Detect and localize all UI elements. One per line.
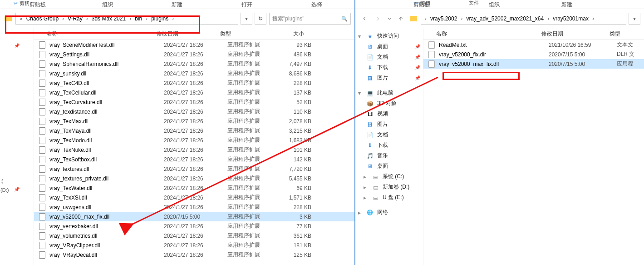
- ribbon-cut-r[interactable]: 剪切: [420, 0, 430, 7]
- table-row[interactable]: vray_TexWater.dll 2024/1/27 18:26 应用程序扩展…: [34, 183, 354, 193]
- nav-up-icon[interactable]: [395, 13, 406, 24]
- col-type[interactable]: 类型: [220, 30, 270, 38]
- download-icon: [366, 142, 374, 149]
- table-row[interactable]: vray_VRayClipper.dll 2024/1/27 18:26 应用程…: [34, 240, 354, 250]
- col-date[interactable]: 修改日期: [157, 30, 220, 38]
- table-row[interactable]: vray_uvwgens.dll 2024/1/27 18:26 应用程序扩展 …: [34, 202, 354, 212]
- ribbon-organize[interactable]: 组织: [73, 1, 143, 9]
- table-row[interactable]: vray_TexXSI.dll 2024/1/27 18:26 应用程序扩展 1…: [34, 193, 354, 202]
- sidebar-item-downloads2[interactable]: 下载: [355, 140, 423, 150]
- table-row[interactable]: vray_TexModo.dll 2024/1/27 18:26 应用程序扩展 …: [34, 135, 354, 145]
- table-row[interactable]: vray_TexNuke.dll 2024/1/27 18:26 应用程序扩展 …: [34, 145, 354, 155]
- ribbon-new[interactable]: 新建: [143, 1, 212, 9]
- nav-fwd-icon[interactable]: [373, 13, 383, 24]
- ribbon-organize-r[interactable]: 组织: [449, 1, 540, 9]
- table-row[interactable]: vray_SphericalHarmonics.dll 2024/1/27 18…: [34, 59, 354, 69]
- cell-size: 101 KB: [277, 147, 316, 153]
- sidebar-item-documents2[interactable]: 文档: [355, 130, 423, 140]
- file-icon: [39, 127, 46, 135]
- column-headers-left[interactable]: 名称 修改日期 类型 大小: [34, 28, 354, 40]
- refresh-button[interactable]: [255, 13, 266, 25]
- ribbon-cut[interactable]: 剪切: [20, 0, 29, 7]
- sidebar-item-desktop[interactable]: 桌面: [355, 41, 423, 52]
- breadcrumb-segment[interactable]: vray52001max: [552, 15, 590, 22]
- sidebar-label: 视频: [377, 110, 388, 118]
- nav-back-icon[interactable]: [359, 13, 370, 24]
- ribbon-labels-right: 剪贴板 组织 新建: [355, 0, 644, 9]
- file-icon: [39, 232, 46, 240]
- table-row[interactable]: vray_TexCurvature.dll 2024/1/27 18:26 应用…: [34, 97, 354, 107]
- cell-size: 181 KB: [277, 242, 316, 249]
- search-input-left[interactable]: 搜索"plugins": [269, 13, 351, 25]
- sidebar-item-drive-d[interactable]: 新加卷 (D:): [355, 182, 423, 192]
- col-type-r[interactable]: 类型: [610, 30, 637, 38]
- pin-icon[interactable]: [13, 42, 20, 49]
- file-icon: [39, 41, 46, 49]
- cell-name: vray_v52000_max_fix.dll: [439, 61, 549, 67]
- sidebar-item-pictures2[interactable]: 图片: [355, 119, 423, 130]
- sidebar-item-music[interactable]: 音乐: [355, 150, 423, 161]
- table-row[interactable]: ReadMe.txt 2021/10/26 16:59 文本文: [423, 40, 644, 50]
- table-row[interactable]: vray_TexMax.dll 2024/1/27 18:26 应用程序扩展 2…: [34, 116, 354, 126]
- breadcrumb-segment[interactable]: plugins: [150, 15, 169, 22]
- sidebar-quick-access[interactable]: 快速访问: [355, 31, 423, 41]
- col-name[interactable]: 名称: [39, 30, 157, 38]
- table-row[interactable]: vray_TexC4D.dll 2024/1/27 18:26 应用程序扩展 2…: [34, 78, 354, 88]
- table-row[interactable]: vray_TexMaya.dll 2024/1/27 18:26 应用程序扩展 …: [34, 126, 354, 135]
- column-headers-right[interactable]: 名称 修改日期 类型: [423, 28, 644, 40]
- cell-size: 361 KB: [277, 233, 316, 239]
- table-row[interactable]: vray_v52000_max_fix.dll 2020/7/15 5:00 应…: [423, 59, 644, 69]
- breadcrumb-segment[interactable]: V-Ray: [67, 15, 84, 22]
- sidebar-item-documents[interactable]: 文档: [355, 52, 423, 62]
- table-row[interactable]: vray_v52000_fix.dlr 2020/7/15 5:00 DLR 文: [423, 50, 644, 59]
- table-row[interactable]: vray_SceneModifierTest.dll 2024/1/27 18:…: [34, 40, 354, 50]
- sidebar-item-drive-c[interactable]: 系统 (C:): [355, 171, 423, 182]
- cell-date: 2024/1/27 18:26: [164, 51, 227, 58]
- cell-date: 2024/1/27 18:26: [164, 156, 227, 163]
- breadcrumb-segment[interactable]: vray_adv_52002_max2021_x64: [465, 15, 545, 22]
- breadcrumb-overflow-icon[interactable]: [18, 15, 25, 22]
- ribbon-new-r[interactable]: 新建: [540, 1, 594, 9]
- table-row[interactable]: vray_vertexbaker.dll 2024/1/27 18:26 应用程…: [34, 221, 354, 231]
- breadcrumb-right[interactable]: vray5.2002vray_adv_52002_max2021_x64vray…: [421, 13, 626, 25]
- breadcrumb-segment[interactable]: 3ds Max 2021: [91, 15, 127, 22]
- sidebar-item-drive-e[interactable]: U 盘 (E:): [355, 192, 423, 203]
- sidebar-item-network[interactable]: 网络: [355, 207, 423, 218]
- chevron-right-icon: [590, 15, 596, 22]
- breadcrumb-expand-icon[interactable]: [629, 13, 640, 25]
- sidebar-item-this-pc[interactable]: 此电脑: [355, 88, 423, 98]
- table-row[interactable]: vray_VRayDecal.dll 2024/1/27 18:26 应用程序扩…: [34, 250, 354, 260]
- breadcrumb-segment[interactable]: bin: [134, 15, 143, 22]
- table-row[interactable]: vray_TexCellular.dll 2024/1/27 18:26 应用程…: [34, 88, 354, 97]
- nav-dropdown-icon[interactable]: [386, 13, 393, 24]
- col-size[interactable]: 大小: [270, 30, 309, 38]
- drive-icon: [372, 184, 379, 191]
- ribbon-select[interactable]: 选择: [282, 1, 352, 9]
- sidebar-item-pictures[interactable]: 图片: [355, 73, 423, 83]
- breadcrumb-segment[interactable]: Chaos Group: [25, 15, 59, 22]
- sidebar-item-3d[interactable]: 3D 对象: [355, 98, 423, 109]
- table-row[interactable]: vray_Settings.dll 2024/1/27 18:26 应用程序扩展…: [34, 50, 354, 59]
- table-row[interactable]: vray_sunsky.dll 2024/1/27 18:26 应用程序扩展 8…: [34, 69, 354, 78]
- col-name-r[interactable]: 名称: [428, 30, 541, 38]
- breadcrumb-segment[interactable]: vray5.2002: [429, 15, 458, 22]
- file-icon: [39, 137, 46, 144]
- table-row[interactable]: vray_volumetrics.dll 2024/1/27 18:26 应用程…: [34, 231, 354, 240]
- table-row[interactable]: vray_v52000_max_fix.dll 2020/7/15 5:00 应…: [34, 212, 354, 221]
- cell-date: 2020/7/15 5:00: [549, 51, 617, 58]
- table-row[interactable]: vray_texdistance.dll 2024/1/27 18:26 应用程…: [34, 107, 354, 116]
- sidebar-item-desktop2[interactable]: 桌面: [355, 161, 423, 171]
- chevron-right-icon: [84, 15, 90, 22]
- col-date-r[interactable]: 修改日期: [541, 30, 610, 38]
- pin-icon[interactable]: [13, 185, 20, 193]
- ribbon-open[interactable]: 打开: [212, 1, 282, 9]
- table-row[interactable]: vray_textures.dll 2024/1/27 18:26 应用程序扩展…: [34, 164, 354, 174]
- breadcrumb-left[interactable]: Chaos GroupV-Ray3ds Max 2021binplugins: [15, 13, 238, 25]
- cell-name: vray_TexCellular.dll: [49, 90, 164, 96]
- sidebar-item-videos[interactable]: 视频: [355, 109, 423, 119]
- sidebar-item-downloads[interactable]: 下载: [355, 62, 423, 73]
- table-row[interactable]: vray_TexSoftbox.dll 2024/1/27 18:26 应用程序…: [34, 155, 354, 164]
- table-row[interactable]: vray_textures_private.dll 2024/1/27 18:2…: [34, 174, 354, 183]
- breadcrumb-expand-icon[interactable]: [241, 13, 252, 25]
- cell-date: 2024/1/27 18:26: [164, 42, 227, 48]
